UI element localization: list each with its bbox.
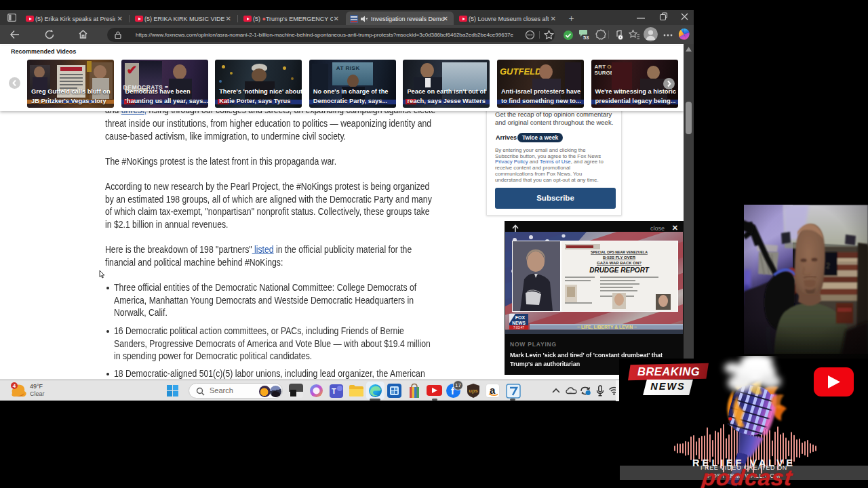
svg-text:FOX: FOX bbox=[515, 315, 526, 320]
svg-text:ups: ups bbox=[469, 388, 477, 394]
svg-text:4: 4 bbox=[13, 383, 16, 389]
svg-text:NEWS: NEWS bbox=[512, 320, 526, 325]
svg-text:B-52S FLY OVER: B-52S FLY OVER bbox=[603, 256, 636, 260]
svg-text:DRUDGE REPORT: DRUDGE REPORT bbox=[589, 266, 649, 274]
svg-text:~ LIFE, LIBERTY & LEVIN ~: ~ LIFE, LIBERTY & LEVIN ~ bbox=[577, 324, 637, 329]
svg-text:SPECIAL OPS NEAR VENEZUELA: SPECIAL OPS NEAR VENEZUELA bbox=[591, 250, 648, 254]
svg-text:7:03:47: 7:03:47 bbox=[513, 326, 524, 329]
svg-text:GAZA WAR BACK ON?: GAZA WAR BACK ON? bbox=[597, 261, 642, 265]
